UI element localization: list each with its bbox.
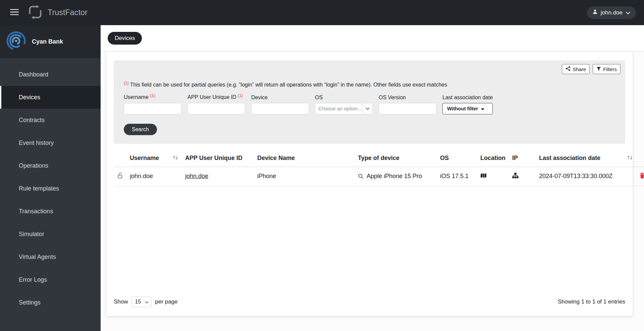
share-button-label: Share (573, 66, 586, 72)
sidebar-item-rule-templates[interactable]: Rule templates (0, 177, 101, 200)
trustfactor-logo-icon (28, 4, 43, 21)
username-input[interactable] (124, 103, 181, 114)
last-association-filter-button[interactable]: Without filter (442, 103, 493, 114)
sort-icon[interactable] (627, 155, 633, 162)
location-column-header: Location (480, 151, 512, 167)
table-row: john.doe john.doe iPhone Apple iPhone 15… (114, 167, 644, 186)
cell-last-association-date: 2024-07-09T13:33:30.000Z (539, 167, 640, 186)
type-of-device-column-header: Type of device (358, 151, 440, 167)
search-button[interactable]: Search (124, 124, 157, 135)
app-user-id-label: APP User Unique ID (1) (187, 93, 245, 100)
user-menu-label: john.doe (601, 9, 623, 16)
sidebar-item-label: Rule templates (19, 185, 59, 192)
cell-type-of-device: Apple iPhone 15 Pro (367, 173, 422, 180)
sidebar-item-label: Devices (19, 94, 40, 101)
brand: TrustFactor (28, 4, 88, 21)
sidebar-item-simulator[interactable]: Simulator (0, 223, 101, 245)
note-text: This field can be used for partial queri… (130, 82, 447, 88)
last-association-date-column-header[interactable]: Last association date (539, 151, 640, 167)
sidebar-item-dashboard[interactable]: Dashboard (0, 63, 101, 86)
device-name-column-header: Device Name (257, 151, 358, 167)
device-label: Device (251, 95, 309, 101)
chevron-down-icon (145, 299, 149, 305)
pagination: Show 15 per page Showing 1 to 1 of 1 ent… (114, 296, 625, 307)
sidebar-item-devices[interactable]: Devices (0, 86, 101, 109)
filter-note: (1)This field can be used for partial qu… (124, 81, 621, 88)
note-marker: (1) (124, 81, 129, 86)
ip-network-icon[interactable] (512, 173, 519, 178)
sidebar-item-transactions[interactable]: Transactions (0, 200, 101, 223)
content-panel: Share Filters (1)This field can be used … (106, 52, 633, 316)
sidebar-item-label: Dashboard (19, 71, 48, 78)
page-title: Devices (108, 32, 142, 45)
filter-card: Share Filters (1)This field can be used … (114, 60, 625, 144)
cell-os: iOS 17.5.1 (440, 167, 480, 186)
last-association-date-label: Last association date (442, 95, 493, 101)
os-label: OS (315, 95, 373, 101)
sidebar-item-label: Operations (19, 162, 48, 169)
unlock-icon[interactable] (117, 172, 123, 179)
os-select-placeholder: Choose an option... (318, 106, 362, 111)
search-icon[interactable] (358, 173, 364, 179)
app-user-id-column-header: APP User Unique ID (185, 151, 257, 167)
actions-column-header (640, 151, 644, 167)
share-button[interactable]: Share (562, 64, 590, 74)
app-user-link[interactable]: john.doe (185, 173, 208, 179)
chevron-down-icon (626, 9, 631, 16)
org-name: Cyan Bank (32, 38, 63, 45)
last-association-filter-label: Without filter (447, 106, 478, 111)
os-version-input[interactable] (379, 103, 436, 114)
cyan-bank-logo-icon (5, 30, 27, 53)
app-user-id-input[interactable] (187, 103, 245, 114)
sidebar-item-operations[interactable]: Operations (0, 154, 101, 177)
filters-button[interactable]: Filters (593, 64, 621, 74)
sidebar-item-label: Transactions (19, 208, 53, 215)
brand-name: TrustFactor (48, 8, 88, 17)
per-page-label: per page (155, 298, 177, 305)
per-page-value: 15 (135, 299, 141, 305)
sidebar-item-settings[interactable]: Settings (0, 291, 101, 314)
sidebar: Cyan Bank Dashboard Devices Contracts Ev… (0, 25, 101, 331)
delete-device-button[interactable] (640, 173, 644, 178)
hamburger-icon (10, 9, 19, 16)
topbar: TrustFactor john.doe (0, 0, 644, 25)
sidebar-nav: Dashboard Devices Contracts Event histor… (0, 58, 101, 314)
sidebar-item-virtual-agents[interactable]: Virtual Agents (0, 245, 101, 268)
per-page-select[interactable]: 15 (131, 296, 152, 307)
sidebar-item-event-history[interactable]: Event history (0, 131, 101, 154)
os-version-label: OS Version (379, 95, 436, 101)
ip-column-header: IP (512, 151, 539, 167)
sidebar-item-label: Settings (19, 299, 41, 306)
entries-summary: Showing 1 to 1 of 1 entries (558, 298, 625, 305)
location-map-icon[interactable] (480, 173, 487, 178)
sidebar-item-label: Virtual Agents (19, 254, 56, 261)
caret-down-icon (481, 106, 484, 111)
show-label: Show (114, 298, 128, 305)
device-input[interactable] (251, 103, 309, 114)
os-select[interactable]: Choose an option... (315, 103, 373, 114)
hamburger-menu-button[interactable] (7, 6, 21, 19)
filters-button-label: Filters (603, 66, 617, 72)
cell-username: john.doe (130, 167, 185, 186)
sidebar-item-label: Contracts (19, 117, 45, 124)
cell-device-name: iPhone (257, 167, 358, 186)
sidebar-item-label: Error Logs (19, 276, 47, 283)
person-icon (592, 9, 598, 16)
chevron-down-icon (363, 107, 372, 110)
page-header: Devices (101, 25, 644, 52)
devices-table: Username APP User Unique ID Device Name … (114, 151, 644, 186)
sort-icon[interactable] (172, 155, 178, 162)
sidebar-item-contracts[interactable]: Contracts (0, 109, 101, 131)
share-icon (566, 66, 571, 72)
lock-column-header (114, 151, 130, 167)
org-brand: Cyan Bank (0, 25, 101, 58)
sidebar-item-error-logs[interactable]: Error Logs (0, 268, 101, 291)
os-column-header: OS (440, 151, 480, 167)
main-content: Devices Share (101, 25, 644, 331)
sidebar-item-label: Simulator (19, 231, 44, 238)
user-menu[interactable]: john.doe (587, 6, 636, 19)
username-column-header[interactable]: Username (130, 151, 185, 167)
sidebar-item-label: Event history (19, 140, 54, 147)
table-header-row: Username APP User Unique ID Device Name … (114, 151, 644, 167)
filter-icon (596, 66, 601, 72)
